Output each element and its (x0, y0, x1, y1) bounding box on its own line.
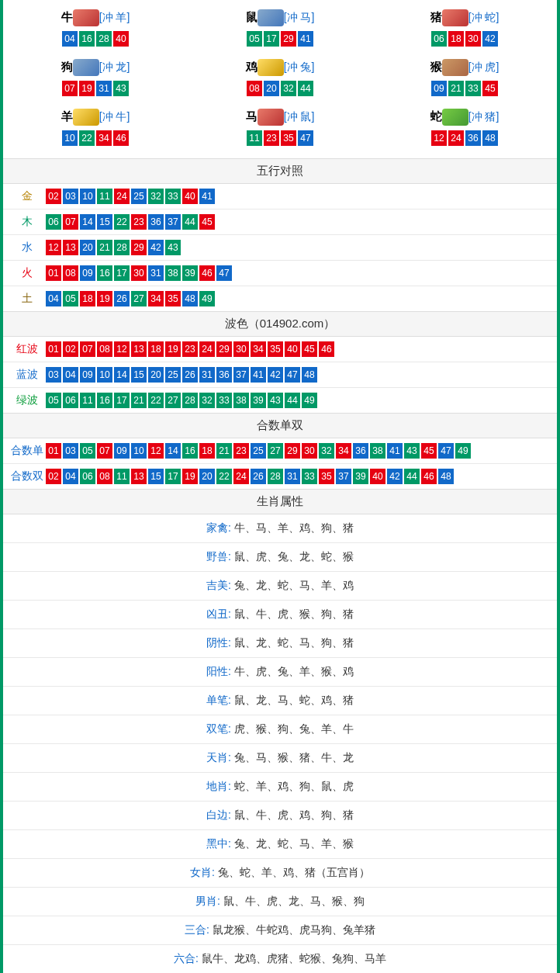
number-ball: 33 (302, 469, 317, 484)
number-ball: 28 (114, 240, 130, 255)
data-row: 土04051819262734354849 (3, 286, 557, 311)
number-ball: 05 (46, 393, 61, 408)
number-ball: 37 (336, 469, 351, 484)
number-ball: 22 (79, 130, 95, 146)
zodiac-icon (442, 59, 468, 76)
number-ball: 40 (370, 469, 385, 484)
data-row: 木06071415222336374445 (3, 209, 557, 235)
data-row: 水1213202128294243 (3, 235, 557, 261)
attr-row: 双笔: 虎、猴、狗、兔、羊、牛 (3, 715, 557, 744)
number-ball: 34 (251, 341, 266, 357)
number-ball: 10 (131, 443, 147, 459)
zodiac-name: 马 (246, 109, 258, 123)
zodiac-cell: 狗[冲 龙]07193143 (3, 54, 188, 104)
number-ball: 06 (46, 214, 61, 230)
zodiac-balls: 05172941 (188, 31, 372, 47)
zodiac-icon (258, 109, 284, 126)
attr-row: 凶丑: 鼠、牛、虎、猴、狗、猪 (3, 601, 557, 629)
zodiac-icon (73, 109, 99, 126)
row-label: 水 (9, 241, 45, 255)
number-ball: 43 (165, 240, 181, 255)
attr-value: 鼠龙猴、牛蛇鸡、虎马狗、兔羊猪 (209, 923, 375, 936)
number-ball: 44 (404, 469, 420, 484)
number-ball: 04 (62, 31, 78, 47)
zodiac-cell: 猴[冲 虎]09213345 (372, 54, 557, 104)
number-ball: 44 (298, 81, 313, 96)
number-ball: 19 (182, 469, 198, 484)
number-ball: 30 (233, 341, 249, 357)
number-ball: 09 (114, 443, 130, 459)
zodiac-grid: 牛[冲 羊]04162840鼠[冲 马]05172941猪[冲 蛇]061830… (3, 0, 557, 158)
row-numbers: 04051819262734354849 (45, 291, 551, 306)
number-ball: 41 (298, 31, 313, 47)
attr-key: 女肖: (190, 866, 215, 878)
number-ball: 07 (63, 214, 78, 230)
section-title-shengxiao: 生肖属性 (3, 489, 557, 514)
attr-key: 野兽: (206, 550, 231, 563)
number-ball: 13 (131, 469, 147, 484)
number-ball: 15 (131, 367, 147, 383)
number-ball: 32 (319, 443, 334, 459)
number-ball: 21 (131, 393, 147, 408)
number-ball: 20 (80, 240, 95, 255)
number-ball: 25 (165, 367, 181, 383)
number-ball: 42 (268, 367, 283, 383)
row-numbers: 1213202128294243 (45, 240, 551, 255)
number-ball: 01 (46, 341, 61, 357)
number-ball: 20 (264, 81, 279, 96)
data-row: 火0108091617303138394647 (3, 261, 557, 286)
row-label: 合数单 (9, 444, 45, 458)
number-ball: 11 (114, 469, 130, 484)
number-ball: 25 (251, 443, 266, 459)
number-ball: 30 (465, 31, 481, 47)
number-ball: 36 (465, 130, 481, 146)
number-ball: 19 (79, 81, 95, 96)
number-ball: 21 (216, 443, 232, 459)
number-ball: 33 (216, 393, 232, 408)
attr-row: 阴性: 鼠、龙、蛇、马、狗、猪 (3, 629, 557, 658)
row-label: 金 (9, 189, 45, 203)
zodiac-clash: [冲 羊] (99, 11, 130, 23)
number-ball: 27 (131, 291, 147, 306)
number-ball: 26 (182, 367, 198, 383)
number-ball: 08 (63, 265, 78, 281)
number-ball: 30 (131, 265, 147, 281)
number-ball: 45 (421, 443, 437, 459)
number-ball: 16 (79, 31, 95, 47)
number-ball: 37 (165, 214, 181, 230)
number-ball: 21 (97, 240, 112, 255)
number-ball: 33 (465, 81, 481, 96)
row-numbers: 02031011242532334041 (45, 189, 551, 204)
number-ball: 28 (96, 31, 112, 47)
section-title-heshu: 合数单双 (3, 413, 557, 438)
number-ball: 10 (97, 367, 112, 383)
number-ball: 46 (421, 469, 437, 484)
row-label: 火 (9, 266, 45, 280)
attr-value: 蛇、羊、鸡、狗、鼠、虎 (231, 780, 354, 792)
number-ball: 47 (438, 443, 454, 459)
number-ball: 26 (114, 291, 130, 306)
number-ball: 35 (281, 130, 296, 146)
attr-value: 兔、龙、蛇、马、羊、猴 (231, 837, 354, 850)
attr-row: 男肖: 鼠、牛、虎、龙、马、猴、狗 (3, 888, 557, 916)
number-ball: 32 (148, 189, 164, 204)
number-ball: 31 (148, 265, 164, 281)
number-ball: 44 (285, 393, 300, 408)
zodiac-cell: 马[冲 鼠]11233547 (188, 104, 372, 154)
number-ball: 07 (97, 443, 112, 459)
row-numbers: 03040910141520252631363741424748 (45, 367, 551, 383)
zodiac-icon (442, 9, 468, 26)
zodiac-balls: 10223446 (3, 130, 188, 146)
zodiac-icon (258, 59, 284, 76)
number-ball: 40 (113, 31, 129, 47)
number-ball: 39 (353, 469, 368, 484)
number-ball: 12 (431, 130, 447, 146)
number-ball: 49 (302, 393, 317, 408)
section-title-bose: 波色（014902.com） (3, 311, 557, 337)
attr-row: 女肖: 兔、蛇、羊、鸡、猪（五宫肖） (3, 859, 557, 888)
attr-key: 白边: (206, 809, 231, 821)
number-ball: 02 (63, 341, 78, 357)
zodiac-clash: [冲 兔] (284, 61, 315, 73)
attr-row: 野兽: 鼠、虎、兔、龙、蛇、猴 (3, 543, 557, 572)
number-ball: 42 (148, 240, 164, 255)
